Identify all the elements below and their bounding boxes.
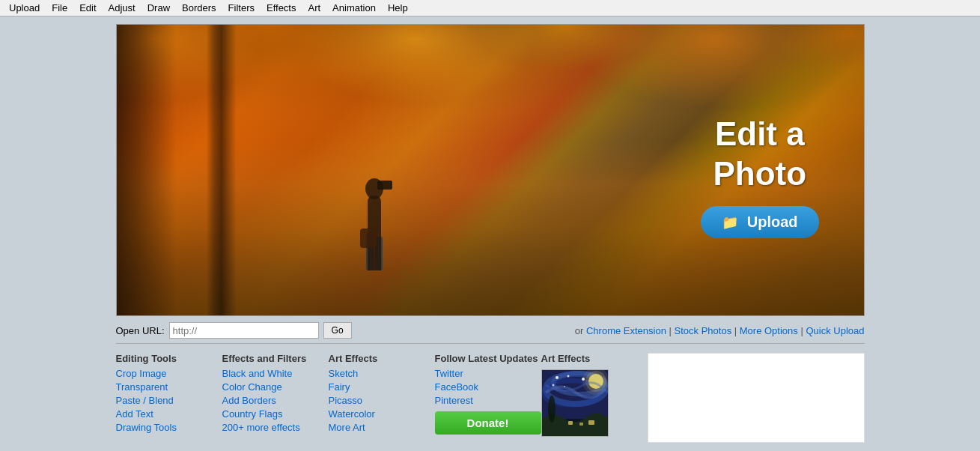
svg-rect-16: [588, 420, 594, 425]
url-links: or Chrome Extension | Stock Photos | Mor…: [575, 325, 865, 336]
svg-point-9: [582, 378, 585, 381]
menu-animation[interactable]: Animation: [326, 1, 382, 15]
footer-col-art-thumb: Art Effects: [541, 353, 648, 443]
more-options-link[interactable]: More Options: [740, 325, 798, 336]
menu-draw[interactable]: Draw: [141, 1, 176, 15]
link-black-and-white[interactable]: Black and White: [222, 368, 329, 379]
url-input[interactable]: [169, 322, 319, 339]
sep2: |: [734, 325, 740, 336]
or-text: or: [575, 325, 584, 336]
menu-help[interactable]: Help: [382, 1, 414, 15]
footer-col-editing: Editing Tools Crop Image Transparent Pas…: [116, 353, 222, 443]
menu-file[interactable]: File: [46, 1, 73, 15]
link-more-art[interactable]: More Art: [329, 422, 435, 433]
svg-rect-15: [579, 423, 583, 426]
footer-col-art: Art Effects Sketch Fairy Picasso Waterco…: [329, 353, 435, 443]
link-sketch[interactable]: Sketch: [329, 368, 435, 379]
url-bar: Open URL: Go or Chrome Extension | Stock…: [116, 316, 865, 343]
menu-edit[interactable]: Edit: [73, 1, 102, 15]
menubar: Upload File Edit Adjust Draw Borders Fil…: [0, 0, 980, 16]
link-color-change[interactable]: Color Change: [222, 381, 329, 393]
menu-filters[interactable]: Filters: [222, 1, 261, 15]
link-paste-blend[interactable]: Paste / Blend: [116, 395, 222, 406]
menu-art[interactable]: Art: [302, 1, 326, 15]
quick-upload-link[interactable]: Quick Upload: [806, 325, 864, 336]
menu-adjust[interactable]: Adjust: [103, 1, 141, 15]
link-watercolor[interactable]: Watercolor: [329, 408, 435, 420]
link-pinterest[interactable]: Pinterest: [435, 395, 541, 406]
stock-photos-link[interactable]: Stock Photos: [675, 325, 732, 336]
effects-filters-title: Effects and Filters: [222, 353, 329, 364]
link-crop-image[interactable]: Crop Image: [116, 368, 222, 379]
footer-section: Editing Tools Crop Image Transparent Pas…: [116, 353, 865, 451]
art-effects-title: Art Effects: [329, 353, 435, 364]
link-twitter[interactable]: Twitter: [435, 368, 541, 379]
link-transparent[interactable]: Transparent: [116, 381, 222, 393]
hero-background: Edit a Photo 📁 Upload: [117, 25, 864, 315]
right-white-area: [648, 353, 865, 443]
svg-point-8: [567, 375, 569, 378]
editing-tools-title: Editing Tools: [116, 353, 222, 364]
main-wrapper: Edit a Photo 📁 Upload Open URL: Go or Ch…: [0, 16, 980, 451]
svg-rect-14: [568, 421, 573, 425]
follow-updates-title: Follow Latest Updates: [435, 353, 541, 364]
divider: [116, 343, 865, 344]
art-effects-thumbnail[interactable]: [541, 369, 609, 437]
link-add-borders[interactable]: Add Borders: [222, 395, 329, 406]
menu-effects[interactable]: Effects: [261, 1, 302, 15]
person-camera: [377, 181, 392, 190]
link-drawing-tools[interactable]: Drawing Tools: [116, 422, 222, 433]
link-more-effects[interactable]: 200+ more effects: [222, 422, 329, 433]
url-label: Open URL:: [116, 325, 165, 336]
svg-point-10: [552, 384, 554, 387]
person-bag: [360, 228, 377, 248]
sep1: |: [669, 325, 675, 336]
upload-button[interactable]: 📁 Upload: [701, 206, 818, 238]
svg-point-13: [548, 396, 556, 423]
art-effects-thumb-title: Art Effects: [541, 353, 591, 364]
link-country-flags[interactable]: Country Flags: [222, 408, 329, 420]
svg-point-7: [556, 376, 559, 379]
hero-overlay-text: Edit a Photo 📁 Upload: [701, 115, 818, 238]
link-add-text[interactable]: Add Text: [116, 408, 222, 420]
hero-title: Edit a Photo: [701, 115, 818, 194]
donate-button[interactable]: Donate!: [435, 411, 541, 435]
footer-col-social: Follow Latest Updates Twitter FaceBook P…: [435, 353, 541, 443]
person-silhouette: [356, 166, 390, 270]
menu-borders[interactable]: Borders: [176, 1, 222, 15]
folder-icon: 📁: [722, 214, 738, 231]
menu-upload[interactable]: Upload: [3, 1, 46, 15]
link-picasso[interactable]: Picasso: [329, 395, 435, 406]
chrome-extension-link[interactable]: Chrome Extension: [586, 325, 666, 336]
starry-night-svg: [542, 370, 609, 437]
go-button[interactable]: Go: [323, 322, 352, 339]
link-facebook[interactable]: FaceBook: [435, 381, 541, 393]
hero-container: Edit a Photo 📁 Upload: [116, 24, 865, 316]
footer-col-effects: Effects and Filters Black and White Colo…: [222, 353, 329, 443]
link-fairy[interactable]: Fairy: [329, 381, 435, 393]
